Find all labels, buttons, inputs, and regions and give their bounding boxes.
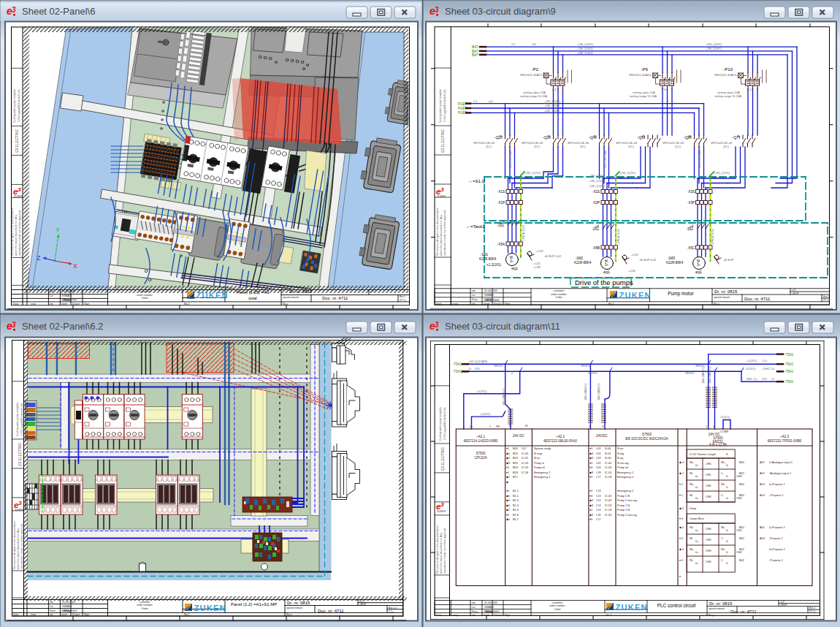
svg-text:B1.7: B1.7 xyxy=(513,518,519,521)
svg-text:Lie: Lie xyxy=(50,294,53,297)
svg-text:ste: ste xyxy=(472,303,476,305)
svg-text:+E.SUP 0.02: +E.SUP 0.02 xyxy=(544,254,562,258)
svg-text:-3S1: -3S1 xyxy=(686,227,693,231)
svg-text:Emergency 1: Emergency 1 xyxy=(617,471,633,474)
svg-text:3RT1023-1B..44: 3RT1023-1B..44 xyxy=(711,141,733,145)
svg-text:B03: B03 xyxy=(513,466,518,469)
svg-text:SSBAXI: SSBAXI xyxy=(62,605,72,608)
svg-text:-CH12: -CH12 xyxy=(762,367,771,370)
svg-text:B03: B03 xyxy=(513,462,518,465)
svg-text:380V/1: 380V/1 xyxy=(588,371,597,375)
svg-text:+5(1X1): +5(1X1) xyxy=(745,367,756,370)
svg-text:Na.y: Na.y xyxy=(714,303,719,305)
svg-text:speed remark: speed remark xyxy=(286,607,302,609)
svg-text:Y: Y xyxy=(56,227,60,234)
svg-text:am: am xyxy=(472,601,476,604)
svg-text:I.13: I.13 xyxy=(596,490,600,493)
svg-text:Lie: Lie xyxy=(50,605,53,608)
svg-text:+LT: +LT xyxy=(780,601,785,604)
svg-text:3: 3 xyxy=(602,425,603,428)
svg-text:setting range 11-16A: setting range 11-16A xyxy=(630,94,657,98)
svg-text:Date: Date xyxy=(436,614,442,617)
svg-text:+C02: +C02 xyxy=(631,253,638,256)
svg-text:+2M_1(3X1): +2M_1(3X1) xyxy=(706,47,722,50)
svg-text:IC.03: IC.03 xyxy=(605,499,611,502)
svg-text:-Q8: -Q8 xyxy=(684,135,690,140)
svg-text:1 PE/N 2-02: 1 PE/N 2-02 xyxy=(616,228,620,245)
svg-text:I.03: I.03 xyxy=(597,0,601,1)
svg-text:COMP: COMP xyxy=(720,430,729,433)
svg-text:2x: 2x xyxy=(771,367,774,370)
svg-text:-T5A1: -T5A1 xyxy=(784,353,794,357)
svg-text:▾2: ▾2 xyxy=(589,509,592,512)
svg-text:▾3: ▾3 xyxy=(589,466,592,469)
svg-text:3: 3 xyxy=(18,500,22,506)
svg-text:Panel (1:2) =A1+S1.MP: Panel (1:2) =A1+S1.MP xyxy=(231,602,277,607)
svg-text:I0.00: I0.00 xyxy=(605,457,611,460)
svg-text:Order: Order xyxy=(554,608,561,611)
svg-text:▾: ▾ xyxy=(679,575,681,578)
svg-text:S7500: S7500 xyxy=(642,433,652,436)
svg-text:3RV1021-4DA15-02: 3RV1021-4DA15-02 xyxy=(629,73,656,77)
svg-text:3~: 3~ xyxy=(697,263,701,267)
svg-text:PLC control circuit: PLC control circuit xyxy=(657,603,696,608)
svg-text:+2M_1(3X1): +2M_1(3X1) xyxy=(589,179,606,183)
svg-text:resp: resp xyxy=(453,303,458,305)
svg-text:B1.1: B1.1 xyxy=(513,495,519,498)
svg-text:◆ 1: ◆ 1 xyxy=(589,0,594,1)
svg-text:▾ 0: ▾ 0 xyxy=(679,517,683,520)
svg-text:CH0: CH0 xyxy=(706,528,711,531)
svg-text:A07: A07 xyxy=(760,472,765,475)
svg-text:-X1P: -X1P xyxy=(497,201,505,205)
svg-text:I.18: I.18 xyxy=(596,514,600,517)
svg-text:-P2: -P2 xyxy=(532,67,539,72)
svg-text:(1C): (1C) xyxy=(675,145,681,148)
svg-text:IN+: IN+ xyxy=(690,526,695,529)
svg-text:+EUP: +EUP xyxy=(780,604,787,607)
svg-text:K21R-80K4: K21R-80K4 xyxy=(574,261,592,265)
svg-text:order number: order number xyxy=(137,604,153,607)
svg-text:+E.SUP 0.02: +E.SUP 0.02 xyxy=(639,258,657,262)
svg-text:IC.03: IC.03 xyxy=(605,471,611,474)
svg-text:-Q7: -Q7 xyxy=(732,135,738,140)
svg-text:Pump motor: Pump motor xyxy=(668,291,694,297)
svg-text:norm: norm xyxy=(61,303,67,305)
svg-text:I.03: I.03 xyxy=(596,466,600,469)
svg-text:CADdy 0302: CADdy 0302 xyxy=(484,299,499,302)
svg-text:-1M1: -1M1 xyxy=(481,253,489,256)
svg-text:We reserve all rights in this: We reserve all rights in this documentat… xyxy=(11,208,14,256)
svg-text:No.1: No.1 xyxy=(184,303,190,305)
svg-text:IN+: IN+ xyxy=(721,483,726,486)
svg-text:Pump 2 test arg: Pump 2 test arg xyxy=(617,514,637,517)
svg-text:I0.00: I0.00 xyxy=(617,0,623,1)
svg-text:B05: B05 xyxy=(739,494,744,497)
svg-text:▾ 1: ▾ 1 xyxy=(679,483,683,486)
svg-text:+5V 1(1X1): +5V 1(1X1) xyxy=(468,360,484,363)
svg-text:IN-: IN- xyxy=(690,537,694,540)
svg-text:+Purpose 1: +Purpose 1 xyxy=(769,494,784,497)
svg-text:6ES7214-1AD23-0XB0: 6ES7214-1AD23-0XB0 xyxy=(464,439,498,443)
svg-text:▾1: ▾1 xyxy=(506,447,509,450)
svg-text:Pump st: Pump st xyxy=(534,462,545,465)
svg-text:◆3: ◆3 xyxy=(589,514,593,517)
svg-text:3~: 3~ xyxy=(605,263,609,267)
svg-text:Pump a1: Pump a1 xyxy=(534,466,545,469)
svg-text:+2M_1(3X1): +2M_1(3X1) xyxy=(589,184,606,188)
svg-text:-T5A1: -T5A1 xyxy=(784,362,794,366)
svg-text:B05: B05 xyxy=(739,483,744,486)
svg-text:A10: A10 xyxy=(760,494,765,497)
svg-text:▾3: ▾3 xyxy=(589,476,592,479)
svg-text:-P6: -P6 xyxy=(641,67,649,72)
svg-text:Pump 1 test arg: Pump 1 test arg xyxy=(617,499,637,502)
svg-text:◆0: ◆0 xyxy=(506,499,510,502)
svg-text:◆0: ◆0 xyxy=(506,518,510,521)
svg-text:6ES7223-1BL00-0XA0: 6ES7223-1BL00-0XA0 xyxy=(543,439,577,443)
svg-text:1 PE/N 2-02: 1 PE/N 2-02 xyxy=(711,228,714,245)
svg-text:6ES7231-7PD01-0XB0: 6ES7231-7PD01-0XB0 xyxy=(768,439,802,443)
svg-text:C:\E3-upgrad\E3-demo5.e3s: C:\E3-upgrad\E3-demo5.e3s xyxy=(18,89,20,122)
svg-text:Emergency 2: Emergency 2 xyxy=(617,490,633,493)
svg-text:customer: customer xyxy=(140,290,151,293)
svg-text:▾3: ▾3 xyxy=(589,495,592,498)
svg-text:▾2: ▾2 xyxy=(589,490,592,493)
svg-text:CPU224: CPU224 xyxy=(474,456,487,460)
